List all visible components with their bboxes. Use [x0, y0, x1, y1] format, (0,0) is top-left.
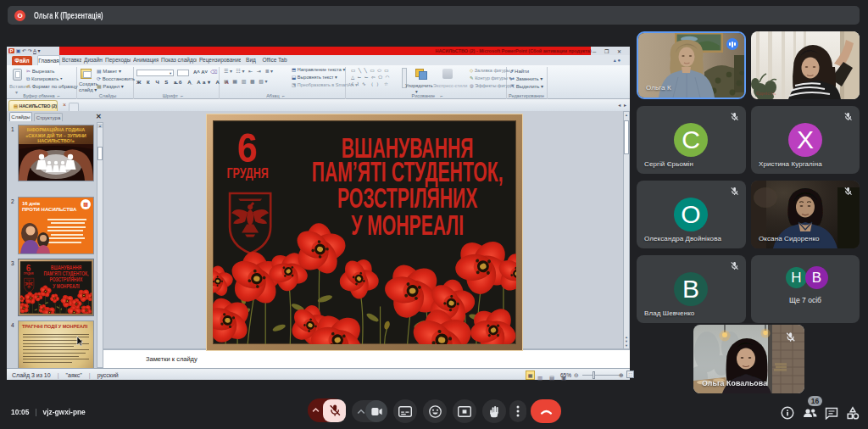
svg-text:Єдність: Єдність — [756, 91, 776, 96]
